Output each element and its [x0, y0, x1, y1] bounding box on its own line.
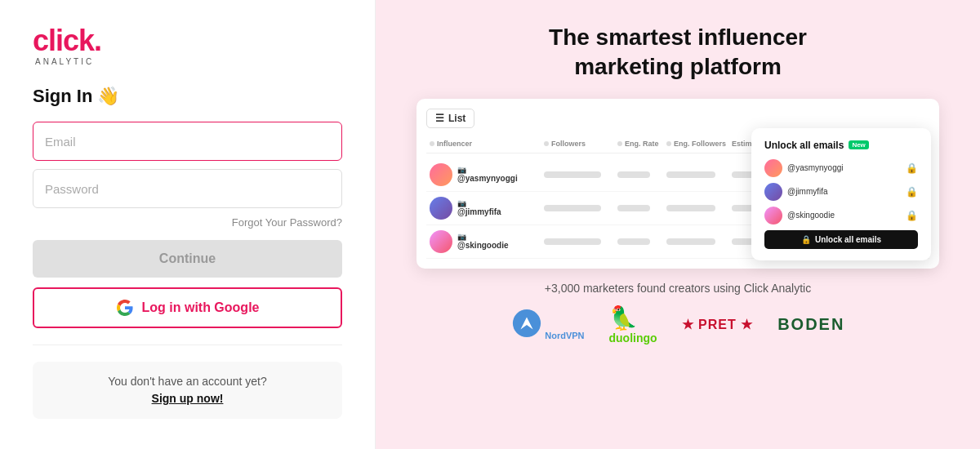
divider: [33, 345, 342, 345]
th-eng-rate: Eng. Rate: [617, 140, 666, 148]
no-account-box: You don't have an account yet? Sign up n…: [33, 362, 342, 419]
unlock-popup: Unlock all emails New @yasmynyoggi 🔒 @ji…: [751, 128, 931, 260]
avatar: [430, 163, 452, 186]
popup-username: @yasmynyoggi: [787, 163, 844, 172]
duolingo-logo: 🦜 duolingo: [609, 305, 657, 345]
google-login-button[interactable]: Log in with Google: [33, 287, 342, 328]
avatar: [430, 230, 452, 253]
nordvpn-logo: NordVPN: [511, 308, 585, 341]
popup-title: Unlock all emails New: [764, 140, 918, 151]
th-followers: Followers: [544, 140, 617, 148]
th-eng-followers: Eng. Followers: [666, 140, 732, 148]
unlock-all-button[interactable]: 🔒 Unlock all emails: [764, 230, 918, 249]
continue-button[interactable]: Continue: [33, 240, 342, 278]
blur-followers: [544, 238, 601, 245]
sign-in-title: Sign In 👋: [33, 86, 342, 107]
headline: The smartest influencer marketing platfo…: [549, 23, 807, 82]
lock-icon: 🔒: [906, 162, 918, 174]
popup-avatar: [764, 207, 782, 224]
logo-text: click.: [33, 26, 342, 56]
blur-followers: [544, 205, 601, 211]
influencer-cell: 📷 @yasmynyoggi: [430, 163, 544, 186]
popup-user: @yasmynyoggi: [764, 159, 844, 177]
popup-row-3: @skingoodie 🔒: [764, 207, 918, 224]
password-field[interactable]: [33, 169, 342, 208]
popup-row-1: @yasmynyoggi 🔒: [764, 159, 918, 177]
lock-icon-btn: 🔒: [801, 235, 811, 244]
popup-username: @jimmyfifa: [787, 187, 828, 196]
blur-eng-followers: [666, 205, 715, 211]
blur-eng-rate: [617, 205, 650, 211]
logo-sub: ANALYTIC: [35, 57, 342, 66]
popup-new-badge: New: [849, 140, 868, 149]
blur-eng-rate: [617, 238, 650, 245]
brands-text: +3,000 marketers found creators using Cl…: [545, 282, 811, 295]
left-panel: click. ANALYTIC Sign In 👋 Forgot Your Pa…: [0, 0, 376, 449]
blur-eng-followers: [666, 171, 715, 178]
popup-username: @skingoodie: [787, 211, 835, 220]
popup-row-2: @jimmyfifa 🔒: [764, 183, 918, 201]
brands-row: NordVPN 🦜 duolingo ★ PRET ★ BODEN: [511, 305, 845, 345]
forgot-password-link[interactable]: Forgot Your Password?: [232, 216, 342, 229]
popup-avatar: [764, 183, 782, 201]
logo: click. ANALYTIC: [33, 26, 342, 66]
dashboard-mockup: ☰ List Influencer Followers Eng. Rate En…: [416, 99, 939, 269]
instagram-icon: 📷: [457, 166, 518, 174]
lock-icon: 🔒: [906, 210, 918, 221]
list-tab: ☰ List: [426, 109, 474, 128]
no-account-text: You don't have an account yet?: [46, 375, 329, 388]
instagram-icon: 📷: [457, 233, 509, 241]
instagram-icon: 📷: [457, 199, 501, 207]
influencer-cell: 📷 @jimmyfifa: [430, 197, 544, 220]
username: @jimmyfifa: [457, 207, 501, 216]
blur-followers: [544, 171, 601, 178]
popup-user: @skingoodie: [764, 207, 835, 224]
right-panel: The smartest influencer marketing platfo…: [376, 0, 980, 449]
popup-user: @jimmyfifa: [764, 183, 828, 201]
google-icon: [116, 299, 134, 317]
username: @skingoodie: [457, 241, 509, 250]
avatar: [430, 197, 452, 220]
blur-eng-rate: [617, 171, 650, 178]
lock-icon: 🔒: [906, 186, 918, 198]
blur-eng-followers: [666, 238, 715, 245]
popup-avatar: [764, 159, 782, 177]
list-icon: ☰: [435, 113, 444, 124]
influencer-cell: 📷 @skingoodie: [430, 230, 544, 253]
email-field[interactable]: [33, 122, 342, 161]
pret-logo: ★ PRET ★: [682, 317, 754, 332]
forgot-row: Forgot Your Password?: [33, 216, 342, 229]
boden-logo: BODEN: [777, 315, 844, 334]
th-influencer: Influencer: [430, 140, 544, 148]
username: @yasmynyoggi: [457, 174, 518, 183]
signup-link[interactable]: Sign up now!: [152, 392, 224, 405]
